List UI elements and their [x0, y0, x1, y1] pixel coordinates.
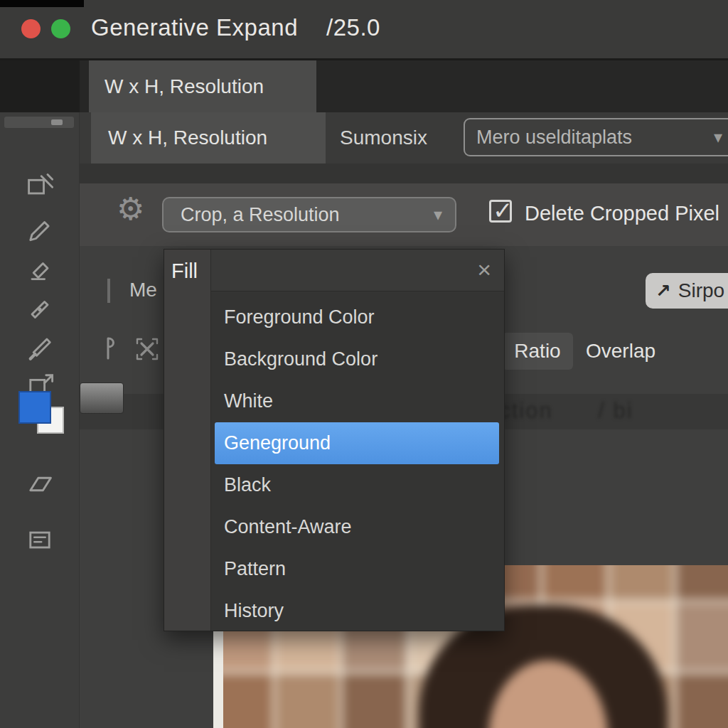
close-window-button[interactable] — [21, 19, 41, 38]
divider — [107, 279, 110, 303]
delete-cropped-checkbox[interactable]: ✓ — [489, 200, 512, 223]
pencil-tool-button[interactable] — [17, 209, 63, 245]
separator-strip — [80, 164, 728, 183]
close-icon[interactable]: × — [477, 255, 491, 284]
fill-option-black[interactable]: Black — [211, 464, 504, 506]
fill-option-content-aware[interactable]: Content-Aware — [211, 506, 504, 548]
fill-dialog: Fill × Foreground Color Background Color… — [164, 249, 505, 631]
export-tool-button[interactable] — [17, 522, 63, 557]
crop-mode-dropdown[interactable]: Crop, a Resolution ▾ — [162, 197, 456, 232]
foreground-color-swatch[interactable] — [18, 391, 51, 424]
color-swatches — [17, 391, 68, 442]
shape-tool-button[interactable] — [17, 466, 63, 502]
shape-tool-icon — [24, 469, 55, 500]
fill-dialog-title: Fill — [171, 259, 198, 283]
eraser-tool-button[interactable] — [17, 249, 63, 284]
panel-handle[interactable] — [80, 382, 124, 414]
screen-corner — [0, 0, 84, 7]
fill-option-list: Foreground Color Background Color White … — [211, 292, 504, 631]
document-tab-second[interactable]: W x H, Resolution — [91, 112, 326, 164]
share-button[interactable]: ↗ Sirpo — [646, 273, 728, 309]
brush-tool-icon — [24, 331, 55, 362]
app-version: /25.0 — [326, 14, 380, 41]
pen-tool-icon — [24, 291, 55, 322]
fill-option-pattern[interactable]: Pattern — [211, 548, 504, 590]
window-title: Generative Expand — [91, 14, 298, 41]
partial-label: Me — [129, 279, 157, 301]
share-button-label: Sirpo — [678, 279, 724, 302]
pointer-tool-icon[interactable] — [98, 333, 124, 364]
tools-sidebar — [0, 112, 80, 728]
transform-cancel-icon[interactable] — [134, 336, 161, 363]
fill-option-white[interactable]: White — [211, 380, 504, 422]
export-tool-icon — [24, 524, 55, 555]
brush-tool-button[interactable] — [17, 328, 63, 364]
corner-filler — [0, 60, 80, 112]
eraser-tool-icon — [24, 251, 55, 282]
panel-scrollbar[interactable] — [4, 117, 74, 128]
scrollbar-thumb[interactable] — [51, 119, 63, 125]
chevron-down-icon: ▾ — [714, 119, 722, 155]
chevron-down-icon: ▾ — [434, 198, 442, 231]
preset-dropdown-value: Mero uselditaplats — [476, 119, 632, 155]
check-icon: ✓ — [493, 196, 513, 225]
title-bar: Generative Expand/25.0 — [0, 0, 728, 60]
pen-tool-button[interactable] — [17, 289, 63, 324]
pencil-tool-icon — [24, 211, 55, 242]
ratio-button[interactable]: Ratio — [502, 333, 573, 370]
overlap-button[interactable]: Overlap — [586, 333, 655, 370]
app-window: Generative Expand/25.0 W x H, Resolution… — [0, 0, 728, 728]
workspace-label: Sumonsix — [340, 112, 427, 164]
fill-dialog-side: Fill — [164, 250, 211, 631]
fill-option-history[interactable]: History — [211, 590, 504, 632]
gear-icon[interactable]: ⚙ — [117, 193, 144, 225]
delete-cropped-label: Delete Cropped Pixel — [525, 202, 719, 225]
fill-option-background-color[interactable]: Background Color — [211, 338, 504, 380]
fill-option-geneground[interactable]: Geneground — [215, 422, 499, 464]
fill-option-foreground-color[interactable]: Foreground Color — [211, 296, 504, 338]
move-tool-icon — [24, 170, 55, 201]
window-title-group: Generative Expand/25.0 — [91, 14, 380, 41]
canvas-edge — [213, 631, 223, 728]
crop-mode-value: Crop, a Resolution — [181, 198, 340, 231]
zoom-window-button[interactable] — [51, 19, 70, 38]
fill-dialog-header — [211, 250, 504, 291]
preset-dropdown[interactable]: Mero uselditaplats ▾ — [464, 118, 728, 156]
document-tab-top[interactable]: W x H, Resolution — [89, 60, 316, 112]
arrow-ne-icon: ↗ — [655, 280, 671, 302]
move-tool-button[interactable] — [17, 168, 63, 203]
